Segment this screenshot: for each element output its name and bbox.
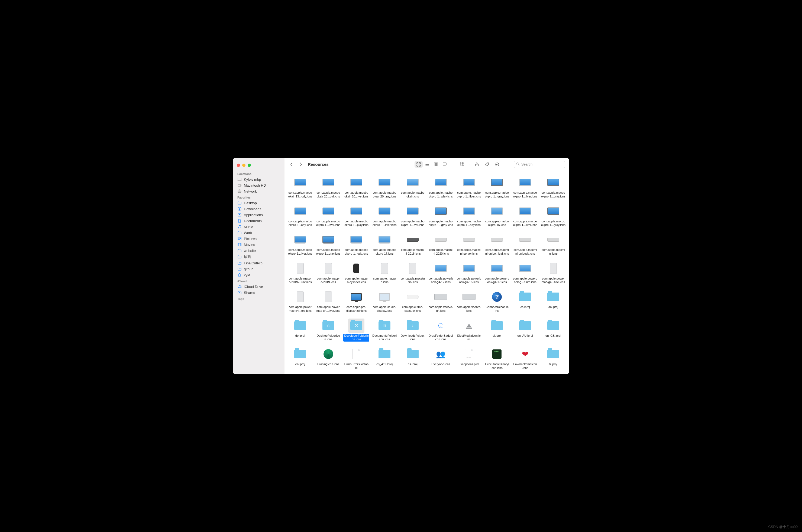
file-item[interactable]: ErrnoErrors.loctable — [342, 345, 371, 372]
file-browser[interactable]: com.apple.macbookair-13...ody.icnscom.ap… — [284, 171, 569, 374]
sidebar-item[interactable]: github — [233, 266, 284, 272]
file-item[interactable]: com.apple.macbookpro-1...ody.icns — [342, 231, 371, 258]
share-button[interactable] — [473, 161, 481, 168]
file-item[interactable]: com.apple.macpro-cylinder.icns — [342, 260, 371, 286]
file-item[interactable]: ↓DropFolderBadgeIcon.icns — [427, 317, 455, 343]
sidebar-item[interactable]: Macintosh HD — [233, 182, 284, 188]
file-item[interactable] — [427, 374, 455, 375]
gallery-view-button[interactable] — [441, 161, 449, 168]
file-item[interactable]: com.apple.macbookair-20...ray.icns — [370, 174, 398, 201]
file-item[interactable]: com.apple.macbookpro-1...ilver.icns — [455, 174, 483, 201]
file-item[interactable]: com.apple.powermac-g4...ilver.icns — [314, 288, 342, 315]
file-item[interactable]: com.apple.macbookpro-1...iver.icns — [398, 203, 427, 229]
file-item[interactable]: com.apple.macpro-2019-...unt.icns — [286, 260, 314, 286]
file-item[interactable]: PLISTExceptions.plist — [455, 345, 483, 372]
minimize-window-button[interactable] — [242, 164, 245, 167]
sidebar-item[interactable]: Applications — [233, 212, 284, 218]
group-by-button[interactable] — [459, 161, 466, 168]
file-item[interactable]: com.apple.macbookpro-1...play.icns — [427, 174, 455, 201]
file-item[interactable] — [539, 374, 567, 375]
file-item[interactable]: com.apple.macbookpro-1...ilver.icns — [370, 203, 398, 229]
file-item[interactable]: de.lproj — [286, 317, 314, 343]
file-item[interactable]: ⚙ — [286, 374, 314, 375]
file-item[interactable]: com.apple.time-capsule.icns — [398, 288, 427, 315]
file-item[interactable]: ↓DownloadsFolder.icns — [398, 317, 427, 343]
sidebar-item[interactable]: Pictures — [233, 236, 284, 242]
file-item[interactable]: ●●◐ — [342, 374, 371, 375]
sidebar-item[interactable]: Movies — [233, 242, 284, 248]
file-item[interactable] — [398, 374, 427, 375]
file-item[interactable]: com.apple.macbookpro-1...ilver.icns — [511, 203, 539, 229]
file-item[interactable]: com.apple.powerbook-g4-12.icns — [427, 260, 455, 286]
file-item[interactable]: com.apple.macbookpro-17.icns — [370, 231, 398, 258]
sidebar-item[interactable]: Network — [233, 188, 284, 194]
search-input[interactable] — [521, 162, 563, 166]
list-view-button[interactable] — [423, 161, 431, 168]
file-item[interactable]: com.apple.macbookpro-1...ilver.icns — [314, 203, 342, 229]
file-item[interactable]: com.apple.macmini-2018.icns — [398, 231, 427, 258]
file-item[interactable]: com.apple.macstudio.icns — [398, 260, 427, 286]
file-item[interactable]: cs.lproj — [511, 288, 539, 315]
sidebar-item[interactable]: kyle — [233, 272, 284, 278]
action-menu-button[interactable] — [494, 161, 501, 168]
file-item[interactable]: EjectMediaIcon.icns — [455, 317, 483, 343]
file-item[interactable]: ErasingIcon.icns — [314, 345, 342, 372]
file-item[interactable]: ᯤ — [511, 374, 539, 375]
sidebar-item[interactable]: website — [233, 248, 284, 253]
file-item[interactable]: com.apple.macbookpro-1...ilver.icns — [286, 231, 314, 258]
file-item[interactable]: com.apple.powerbook-g4-17.icns — [483, 260, 511, 286]
file-item[interactable]: com.apple.macmini-unibody.icns — [511, 231, 539, 258]
nav-forward-button[interactable] — [298, 161, 304, 168]
tags-button[interactable] — [483, 161, 491, 168]
sidebar-item[interactable]: iCloud Drive — [233, 284, 284, 289]
file-item[interactable]: com.apple.powermac-g4...ors.icns — [286, 288, 314, 315]
file-item[interactable]: com.apple.macbookpro-1...ody.icns — [455, 203, 483, 229]
file-item[interactable]: en_GB.lproj — [539, 317, 567, 343]
file-item[interactable]: com.apple.macmini-unibo...ical.icns — [483, 231, 511, 258]
file-item[interactable]: com.apple.macbookpro-1...ody.icns — [286, 203, 314, 229]
file-item[interactable]: com.apple.macbookair-20...lver.icns — [342, 174, 371, 201]
search-field[interactable] — [514, 161, 565, 168]
file-item[interactable]: ⚒DeveloperFolderIcon.icns — [342, 317, 371, 343]
file-item[interactable]: fi.lproj — [539, 345, 567, 372]
file-item[interactable]: com.apple.macbookpro-1...gray.icns — [539, 203, 567, 229]
file-item[interactable]: com.apple.studio-display.icns — [370, 288, 398, 315]
file-item[interactable]: com.apple.macbookpro-1...play.icns — [342, 203, 371, 229]
file-item[interactable]: com.apple.powerbook-g...nium.icns — [511, 260, 539, 286]
file-item[interactable]: da.lproj — [539, 288, 567, 315]
file-item[interactable]: com.apple.macbookpro-1...ilver.icns — [511, 174, 539, 201]
file-item[interactable]: en.lproj — [286, 345, 314, 372]
sidebar-item[interactable]: Shared — [233, 289, 284, 296]
sidebar-item[interactable]: FinalCutPro — [233, 260, 284, 266]
nav-back-button[interactable] — [288, 161, 295, 168]
sidebar-item[interactable]: Downloads — [233, 206, 284, 212]
file-item[interactable]: es.lproj — [398, 345, 427, 372]
zoom-window-button[interactable] — [248, 164, 251, 167]
file-item[interactable]: com.apple.xserve.icns — [455, 288, 483, 315]
sidebar-item[interactable]: Documents — [233, 218, 284, 224]
file-item[interactable]: com.apple.macbookpro-1...gray.icns — [483, 174, 511, 201]
file-item[interactable]: com.apple.powermac-g4...hite.icns — [539, 260, 567, 286]
file-item[interactable]: es_419.lproj — [370, 345, 398, 372]
column-view-button[interactable] — [432, 161, 440, 168]
file-item[interactable]: com.apple.powerbook-g4-15.icns — [455, 260, 483, 286]
file-item[interactable]: com.apple.macmini-2020.icns — [427, 231, 455, 258]
sidebar-item[interactable]: Desktop — [233, 200, 284, 206]
sidebar-item[interactable]: Work — [233, 230, 284, 236]
file-item[interactable]: com.apple.macpro-2019.icns — [314, 260, 342, 286]
file-item[interactable]: ?ConnectToIcon.icns — [483, 288, 511, 315]
file-item[interactable]: execExecutableBinaryIcon.icns — [483, 345, 511, 372]
file-item[interactable]: com.apple.pro-display-xdr.icns — [342, 288, 371, 315]
file-item[interactable]: com.apple.macpro.icns — [370, 260, 398, 286]
file-item[interactable]: en_AU.lproj — [511, 317, 539, 343]
file-item[interactable]: com.apple.macmini.icns — [539, 231, 567, 258]
file-item[interactable]: com.apple.macbookair-13...ody.icns — [286, 174, 314, 201]
file-item[interactable] — [370, 374, 398, 375]
file-item[interactable]: 🗑 — [455, 374, 483, 375]
file-item[interactable] — [483, 374, 511, 375]
file-item[interactable]: com.apple.macbookair.icns — [398, 174, 427, 201]
file-item[interactable]: 🗎DocumentsFolderIcon.icns — [370, 317, 398, 343]
sidebar-item[interactable]: Music — [233, 224, 284, 230]
file-item[interactable]: com.apple.macmini-server.icns — [455, 231, 483, 258]
icon-view-button[interactable] — [414, 161, 423, 168]
